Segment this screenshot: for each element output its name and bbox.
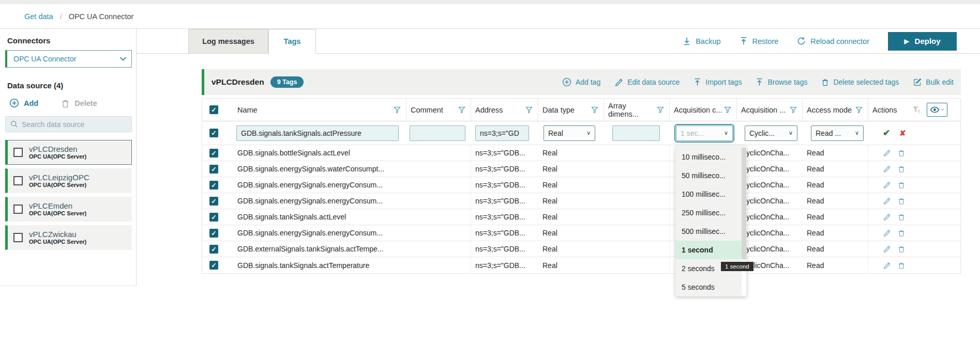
search-datasource-input[interactable] (22, 120, 127, 129)
confirm-icon[interactable]: ✔ (883, 128, 890, 138)
row-checkbox[interactable] (209, 229, 218, 238)
delete-row-icon[interactable] (898, 181, 905, 189)
datasource-card[interactable]: vPLCLeipzigOPC OPC UA(OPC Server) (5, 168, 132, 193)
edit-row-icon[interactable] (883, 229, 891, 237)
delete-row-icon[interactable] (898, 245, 905, 253)
col-access-mode: Access mode (807, 106, 852, 114)
cell-access-mode: Read (803, 225, 868, 241)
edit-acquisition-mode-select[interactable]: Cyclic...∨ (745, 125, 797, 141)
bulk-edit-button[interactable]: Bulk edit (913, 78, 954, 87)
edit-row-icon[interactable] (883, 149, 891, 157)
edit-array-dimension-input[interactable] (612, 125, 660, 141)
edit-row-icon[interactable] (883, 181, 891, 189)
upload-icon (740, 37, 748, 45)
cancel-icon[interactable]: ✘ (899, 129, 906, 138)
row-checkbox[interactable] (209, 149, 218, 158)
filter-icon[interactable] (724, 106, 731, 114)
table-row[interactable]: GDB.externalSignals.tankSignals.actTempe… (202, 241, 960, 257)
cell-address: ns=3;s="GDB... (471, 241, 538, 257)
dropdown-option[interactable]: 10 milliseco... (675, 148, 747, 166)
cell-access-mode: Read (803, 209, 868, 225)
datasource-checkbox[interactable] (13, 148, 23, 157)
table-row[interactable]: GDB.signals.energySignals.energyConsum..… (202, 193, 960, 209)
filter-icon[interactable] (855, 106, 863, 114)
cell-comment (406, 257, 471, 273)
row-checkbox[interactable] (209, 181, 218, 190)
backup-button[interactable]: Backup (683, 37, 720, 45)
reload-connector-button[interactable]: Reload connector (797, 37, 869, 45)
row-checkbox[interactable] (209, 261, 218, 270)
table-row[interactable]: GDB.signals.energySignals.energyConsum..… (202, 225, 960, 241)
cell-array-dimension (604, 241, 670, 257)
row-checkbox[interactable] (209, 129, 218, 137)
table-row[interactable]: GDB.signals.energySignals.energyConsum..… (202, 177, 960, 193)
edit-address-input[interactable] (475, 125, 529, 141)
edit-access-mode-select[interactable]: Read ...∨ (811, 125, 864, 141)
dropdown-option[interactable]: 1 second (675, 241, 747, 259)
filter-icon[interactable] (657, 106, 664, 114)
browse-tags-button[interactable]: Browse tags (756, 78, 807, 86)
filter-icon[interactable] (790, 106, 797, 114)
dropdown-option[interactable]: 250 millisec... (675, 203, 747, 222)
filter-icon[interactable] (394, 106, 401, 114)
row-checkbox[interactable] (209, 165, 218, 174)
edit-row-icon[interactable] (883, 245, 891, 253)
datasource-card[interactable]: vPLCDresden OPC UA(OPC Server) (5, 140, 132, 165)
delete-datasource-button[interactable]: Delete (61, 99, 97, 108)
delete-row-icon[interactable] (898, 165, 905, 173)
row-checkbox[interactable] (209, 245, 218, 254)
tab-tags[interactable]: Tags (268, 29, 316, 53)
datasource-checkbox[interactable] (13, 176, 23, 185)
edit-data-source-button[interactable]: Edit data source (614, 78, 680, 87)
select-all-checkbox[interactable] (209, 105, 218, 114)
dropdown-option[interactable]: 500 millisec... (675, 222, 747, 241)
delete-row-icon[interactable] (898, 229, 905, 237)
datasource-type: OPC UA(OPC Server) (29, 153, 86, 160)
edit-data-type-select[interactable]: Real∨ (544, 125, 595, 141)
cell-comment (406, 177, 471, 193)
delete-row-icon[interactable] (898, 149, 905, 157)
filter-icon[interactable] (591, 106, 598, 114)
breadcrumb-get-data-link[interactable]: Get data (24, 12, 53, 21)
row-checkbox[interactable] (209, 197, 218, 206)
delete-row-icon[interactable] (898, 261, 905, 270)
delete-row-icon[interactable] (898, 197, 905, 205)
clear-filter-icon[interactable] (912, 105, 921, 114)
delete-selected-tags-button[interactable]: Delete selected tags (821, 78, 899, 86)
datasource-card[interactable]: vPLCEmden OPC UA(OPC Server) (5, 197, 132, 222)
dropdown-option[interactable]: 5 seconds (675, 278, 747, 296)
edit-row-icon[interactable] (883, 165, 891, 173)
tab-log-messages[interactable]: Log messages (188, 29, 268, 53)
edit-name-input[interactable] (236, 125, 399, 141)
datasource-checkbox[interactable] (13, 205, 23, 214)
datasource-type: OPC UA(OPC Server) (29, 210, 86, 217)
col-address: Address (475, 106, 503, 114)
datasource-name: vPLCEmden (29, 201, 86, 210)
table-row[interactable]: GDB.signals.tankSignals.actLevel ns=3;s=… (202, 209, 960, 225)
row-checkbox[interactable] (209, 213, 218, 222)
add-tag-button[interactable]: Add tag (562, 77, 600, 87)
delete-row-icon[interactable] (898, 213, 905, 221)
dropdown-option[interactable]: 100 millisec... (675, 185, 747, 203)
edit-row-icon[interactable] (883, 261, 891, 270)
table-row[interactable]: GDB.signals.tankSignals.actTemperature n… (202, 257, 960, 273)
restore-button[interactable]: Restore (740, 37, 779, 45)
edit-comment-input[interactable] (410, 125, 465, 141)
dropdown-scrollbar-thumb[interactable] (742, 147, 746, 260)
table-row[interactable]: GDB.signals.energySignals.waterConsumpt.… (202, 161, 960, 177)
datasource-checkbox[interactable] (13, 233, 23, 242)
add-datasource-button[interactable]: Add (9, 98, 38, 108)
connector-select-value: OPC UA Connector (13, 55, 76, 63)
table-row[interactable]: GDB.signals.bottleSignals.actLevel ns=3;… (202, 145, 960, 161)
edit-row-icon[interactable] (883, 213, 891, 221)
connector-select[interactable]: OPC UA Connector (5, 50, 132, 68)
edit-acquisition-cycle-select[interactable]: 1 sec...∨ (676, 125, 733, 141)
column-visibility-button[interactable] (927, 103, 947, 117)
import-tags-button[interactable]: Import tags (693, 78, 742, 86)
filter-icon[interactable] (525, 106, 533, 114)
edit-row-icon[interactable] (883, 197, 891, 205)
filter-icon[interactable] (458, 106, 465, 114)
deploy-button[interactable]: ▶ Deploy (888, 32, 957, 51)
datasource-card[interactable]: vPLCZwickau OPC UA(OPC Server) (5, 225, 132, 250)
dropdown-option[interactable]: 50 milliseco... (675, 166, 747, 185)
